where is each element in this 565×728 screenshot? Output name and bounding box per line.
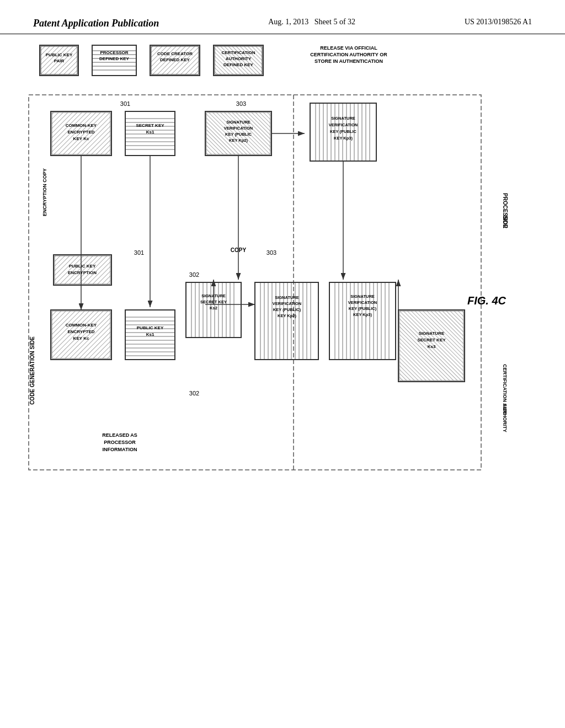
svg-text:302: 302 [189, 390, 199, 397]
svg-text:INFORMATION: INFORMATION [103, 447, 137, 452]
svg-text:301: 301 [134, 249, 144, 256]
diagram-area: PUBLIC KEY PAIR PROCESSOR DEFINED KEY CO… [0, 34, 565, 713]
svg-text:KEY (PUBLIC: KEY (PUBLIC [330, 129, 356, 134]
svg-text:ENCRYPTION COPY: ENCRYPTION COPY [42, 168, 47, 216]
svg-text:PUBLIC KEY: PUBLIC KEY [69, 264, 96, 269]
svg-text:CODE GENERATION SIDE: CODE GENERATION SIDE [29, 336, 35, 405]
svg-text:RELEASED AS: RELEASED AS [102, 432, 137, 438]
svg-text:KEY Kp2): KEY Kp2) [229, 138, 248, 143]
svg-text:DEFINED KEY: DEFINED KEY [223, 62, 253, 67]
main-diagram-svg: PUBLIC KEY PAIR PROCESSOR DEFINED KEY CO… [23, 40, 542, 702]
svg-text:SIDE: SIDE [502, 215, 508, 228]
svg-text:AUTHORITY: AUTHORITY [226, 56, 252, 61]
header-sheet: Sheet 5 of 32 [315, 18, 355, 26]
svg-text:SIDE: SIDE [502, 403, 508, 415]
svg-text:Ks2: Ks2 [210, 306, 217, 311]
svg-text:KEY (PUBLIC): KEY (PUBLIC) [349, 306, 377, 311]
svg-text:CERTIFICATION: CERTIFICATION [221, 50, 255, 55]
svg-text:COMMON-KEY: COMMON-KEY [66, 323, 97, 328]
svg-text:KEY Kc: KEY Kc [73, 136, 89, 141]
header-patent-number: US 2013/0198526 A1 [465, 18, 532, 26]
svg-text:PROCESSOR: PROCESSOR [104, 440, 136, 445]
svg-text:VERIFICATION: VERIFICATION [329, 122, 358, 127]
svg-text:303: 303 [266, 249, 276, 256]
svg-text:303: 303 [236, 100, 246, 107]
svg-text:Ks1: Ks1 [146, 332, 154, 337]
svg-text:RELEASE VIA OFFICIAL: RELEASE VIA OFFICIAL [320, 45, 377, 51]
svg-text:KEY (PUBLIC: KEY (PUBLIC [225, 132, 252, 137]
svg-text:CERTIFICATION AUTHORITY: CERTIFICATION AUTHORITY [502, 364, 508, 432]
svg-text:ENCRYPTED: ENCRYPTED [67, 130, 94, 135]
svg-text:SIGNATURE: SIGNATURE [275, 295, 299, 300]
page-header: Patent Application Publication Aug. 1, 2… [0, 0, 565, 34]
svg-text:VERIFICATION: VERIFICATION [273, 301, 301, 306]
svg-text:COMMON-KEY: COMMON-KEY [66, 123, 97, 128]
svg-text:FIG. 4C: FIG. 4C [467, 295, 507, 307]
svg-text:VERIFICATION: VERIFICATION [224, 126, 253, 131]
svg-text:CODE CREATOR: CODE CREATOR [157, 51, 193, 56]
svg-text:Ks3: Ks3 [428, 344, 436, 349]
svg-text:SIGNATURE: SIGNATURE [331, 116, 355, 121]
svg-text:DEFINED KEY: DEFINED KEY [160, 57, 190, 62]
svg-text:KEY (PUBLIC): KEY (PUBLIC) [273, 307, 301, 312]
svg-text:SIGNATURE: SIGNATURE [419, 331, 445, 336]
svg-rect-96 [52, 311, 110, 358]
svg-text:KEY Kp2): KEY Kp2) [278, 313, 297, 318]
svg-text:PROCESSOR: PROCESSOR [100, 50, 128, 55]
svg-text:PAIR: PAIR [54, 58, 65, 63]
svg-text:SECRET KEY: SECRET KEY [417, 338, 446, 342]
svg-text:CERTIFICATION AUTHORITY OR: CERTIFICATION AUTHORITY OR [310, 52, 387, 57]
svg-text:ENCRYPTED: ENCRYPTED [67, 329, 94, 334]
svg-text:DEFINED KEY: DEFINED KEY [99, 56, 129, 61]
header-date: Aug. 1, 2013 [268, 18, 308, 26]
header-date-sheet: Aug. 1, 2013 Sheet 5 of 32 [268, 18, 355, 26]
svg-text:302: 302 [189, 271, 199, 278]
svg-text:KEY Kp3): KEY Kp3) [334, 136, 353, 141]
svg-text:ENCRYPTION: ENCRYPTION [68, 270, 97, 275]
svg-text:STORE IN AUTHENTICATION: STORE IN AUTHENTICATION [315, 58, 383, 64]
svg-text:PUBLIC KEY: PUBLIC KEY [137, 325, 164, 330]
patent-title: Patent Application Publication [33, 18, 159, 29]
svg-text:KEY Kc: KEY Kc [73, 336, 89, 341]
svg-text:SIGNATURE: SIGNATURE [226, 120, 250, 125]
svg-text:301: 301 [120, 100, 130, 107]
svg-text:SECRET KEY: SECRET KEY [136, 123, 164, 128]
svg-text:VERIFICATION: VERIFICATION [348, 300, 377, 305]
svg-text:PUBLIC KEY: PUBLIC KEY [46, 52, 73, 57]
svg-text:SIGNATURE: SIGNATURE [350, 294, 375, 299]
svg-text:KEY Kp3): KEY Kp3) [353, 312, 372, 317]
svg-text:Ks1: Ks1 [146, 130, 154, 135]
